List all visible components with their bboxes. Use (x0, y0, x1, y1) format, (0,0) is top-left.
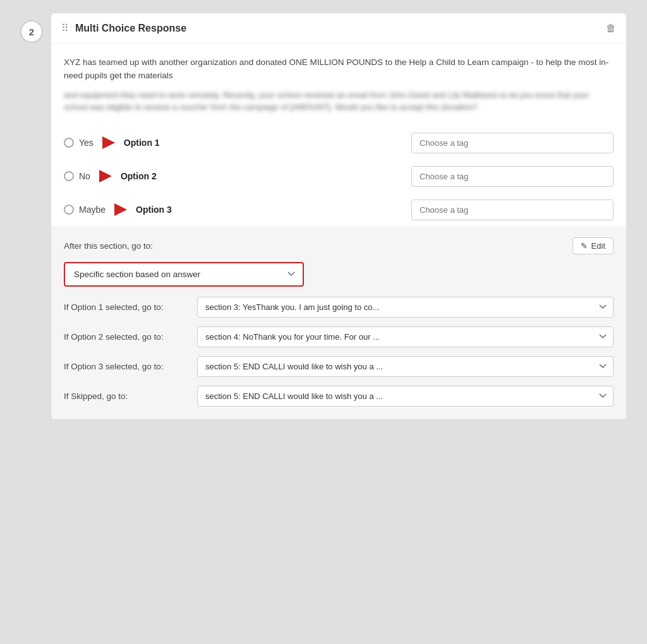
tag-input-2[interactable] (411, 166, 614, 187)
if-option-label-2: If Option 2 selected, go to: (64, 332, 187, 342)
arrow-icon-2 (99, 170, 112, 182)
if-option-label-1: If Option 1 selected, go to: (64, 302, 187, 312)
option-label-no: No (79, 171, 90, 181)
if-option-row-skipped: If Skipped, go to: section 5: END CALLI … (64, 386, 614, 407)
arrow-icon-1 (102, 136, 115, 149)
radio-no[interactable] (64, 171, 74, 181)
tag-input-3[interactable] (411, 200, 614, 220)
page-container: 2 ⠿ Multi Choice Response 🗑 XYZ has team… (20, 13, 627, 420)
option-row-1: Yes Option 1 (64, 126, 614, 160)
arrow-icon-3 (114, 203, 127, 216)
goto-select-3[interactable]: section 5: END CALLI would like to wish … (197, 356, 614, 377)
option-row-3: Maybe Option 3 (64, 193, 614, 227)
if-option-rows: If Option 1 selected, go to: section 3: … (64, 297, 614, 407)
goto-label: After this section, go to: (64, 241, 153, 251)
card-header-left: ⠿ Multi Choice Response (61, 22, 186, 34)
option-name-2: Option 2 (121, 171, 157, 181)
if-option-label-3: If Option 3 selected, go to: (64, 362, 187, 371)
drag-icon[interactable]: ⠿ (61, 22, 69, 34)
question-visible-text: XYZ has teamed up with another organizat… (64, 56, 614, 83)
option-label-yes: Yes (79, 138, 94, 148)
radio-maybe[interactable] (64, 205, 74, 215)
specific-section-select[interactable]: Specific section based on answer Next se… (64, 262, 304, 287)
if-option-row-2: If Option 2 selected, go to: section 4: … (64, 326, 614, 347)
card-header: ⠿ Multi Choice Response 🗑 (51, 13, 626, 44)
option-row-2: No Option 2 (64, 160, 614, 193)
card-title: Multi Choice Response (75, 23, 186, 34)
option-left-1: Yes Option 1 (64, 136, 160, 149)
if-option-row-1: If Option 1 selected, go to: section 3: … (64, 297, 614, 318)
option-name-1: Option 1 (124, 138, 160, 148)
goto-header: After this section, go to: ✎ Edit (64, 237, 614, 254)
option-left-2: No Option 2 (64, 170, 157, 182)
options-section: Yes Option 1 No Option 2 (64, 126, 614, 227)
if-option-row-3: If Option 3 selected, go to: section 5: … (64, 356, 614, 377)
goto-select-skipped[interactable]: section 5: END CALLI would like to wish … (197, 386, 614, 407)
edit-button[interactable]: ✎ Edit (572, 237, 614, 254)
goto-select-2[interactable]: section 4: NoThank you for your time. Fo… (197, 326, 614, 347)
radio-yes[interactable] (64, 138, 74, 148)
goto-select-1[interactable]: section 3: YesThank you. I am just going… (197, 297, 614, 318)
option-label-maybe: Maybe (79, 205, 106, 215)
goto-section: After this section, go to: ✎ Edit Specif… (51, 227, 626, 419)
edit-icon: ✎ (581, 241, 588, 251)
if-option-label-skipped: If Skipped, go to: (64, 391, 187, 401)
tag-input-1[interactable] (411, 133, 614, 153)
question-blurred-text: and equipment they need to work remotely… (64, 89, 614, 114)
option-left-3: Maybe Option 3 (64, 203, 172, 216)
question-card: ⠿ Multi Choice Response 🗑 XYZ has teamed… (51, 13, 627, 420)
delete-icon[interactable]: 🗑 (606, 23, 616, 34)
card-body: XYZ has teamed up with another organizat… (51, 44, 626, 419)
step-number: 2 (20, 20, 43, 43)
edit-button-label: Edit (591, 241, 605, 251)
option-name-3: Option 3 (136, 205, 172, 215)
